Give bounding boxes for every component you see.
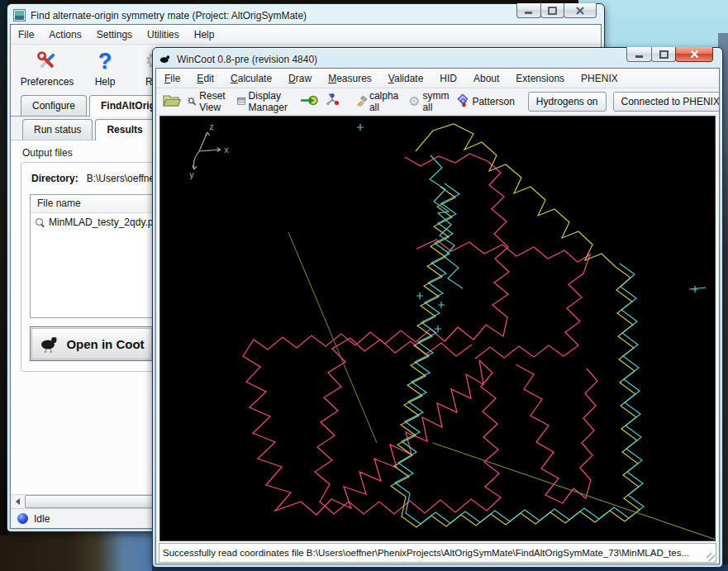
menu-help[interactable]: Help [187, 25, 222, 45]
viewport-svg: z x y [160, 117, 716, 541]
open-file-button[interactable] [163, 93, 181, 110]
wincoot-close-button[interactable] [675, 47, 713, 62]
wincoot-statusbar: Successfully read coordinates file B:\Us… [159, 543, 716, 563]
menu-actions[interactable]: Actions [41, 25, 88, 45]
reset-view-button[interactable]: Reset View [188, 90, 231, 113]
wc-menu-validate[interactable]: Validate [380, 69, 432, 88]
wc-menu-draw[interactable]: Draw [280, 69, 320, 88]
magnifier-icon [36, 218, 45, 227]
axes-indicator: z x y [189, 122, 229, 179]
directory-label: Directory: [31, 173, 79, 184]
trace-pink_main [243, 154, 509, 515]
scroll-left-arrow[interactable] [11, 495, 25, 508]
open-in-coot-button[interactable]: Open in Coot [30, 326, 154, 361]
trace-cyan_top [430, 155, 463, 288]
trace-yellow_top [416, 124, 616, 267]
open-in-coot-label: Open in Coot [66, 337, 144, 351]
subtab-run-status[interactable]: Run status [22, 119, 93, 140]
folder-icon [163, 93, 181, 107]
display-manager-icon [237, 95, 245, 107]
plus-marker [692, 286, 698, 293]
phenix-titlebar[interactable]: Find alternate-origin symmetry mate (Pro… [13, 7, 598, 24]
menu-file[interactable]: File [11, 25, 41, 45]
plus-marker [357, 124, 364, 131]
molecule-button[interactable] [325, 93, 340, 110]
wincoot-toolbar: Reset View Display Manager [156, 88, 719, 115]
wincoot-menubar: File Edit Calculate Draw Measures Valida… [156, 69, 719, 88]
calpha-all-label: calpha all [369, 90, 402, 113]
wincoot-minimize-button[interactable] [626, 47, 652, 62]
gl-viewport[interactable]: z x y [159, 116, 716, 541]
maximize-button[interactable] [540, 3, 564, 18]
wc-menu-file[interactable]: File [156, 69, 188, 88]
hydrogens-toggle-button[interactable]: Hydrogens on [528, 92, 607, 112]
status-sphere-icon [17, 513, 28, 524]
subtab-results[interactable]: Results [95, 119, 154, 140]
file-name: MinMLAD_testy_2qdy.pdb [49, 217, 164, 228]
wc-menu-extensions[interactable]: Extensions [507, 69, 573, 88]
display-manager-button[interactable]: Display Manager [237, 90, 293, 113]
help-icon: ? [98, 48, 112, 74]
menu-settings[interactable]: Settings [89, 25, 140, 45]
trace-pink_right [516, 364, 597, 503]
phenix-window-buttons [517, 3, 597, 18]
symm-all-button[interactable]: ⚙ symm all [408, 90, 449, 113]
phenix-menubar: File Actions Settings Utilities Help [11, 25, 601, 45]
wincoot-maximize-button[interactable] [651, 47, 676, 62]
left-arrow-icon [16, 498, 20, 505]
help-button[interactable]: ? Help [82, 48, 128, 88]
trace-yellow_main [391, 187, 640, 527]
symm-all-label: symm all [422, 90, 449, 113]
phenix-app-icon [13, 9, 26, 21]
wc-menu-phenix[interactable]: PHENIX [573, 69, 626, 88]
patterson-label: Patterson [472, 96, 514, 107]
patterson-button[interactable]: Patterson [455, 94, 514, 108]
tab-configure[interactable]: Configure [21, 95, 87, 116]
gears-icon: ⚙ [408, 96, 420, 107]
plus-marker [416, 293, 423, 299]
brush-icon [356, 95, 367, 108]
molecule-icon [325, 93, 340, 107]
phenix-status-text: Idle [34, 513, 50, 525]
wincoot-window-body: File Edit Calculate Draw Measures Valida… [155, 68, 720, 564]
wc-menu-measures[interactable]: Measures [320, 69, 380, 88]
wincoot-window-title: WinCoot 0.8-pre (revision 4840) [177, 54, 317, 65]
menu-utilities[interactable]: Utilities [140, 25, 187, 45]
wc-menu-edit[interactable]: Edit [188, 69, 222, 88]
wincoot-status-text: Successfully read coordinates file B:\Us… [163, 548, 689, 558]
green-arrow-icon [300, 94, 318, 107]
calpha-all-button[interactable]: calpha all [356, 90, 402, 113]
reset-view-magnifier-icon [188, 94, 197, 109]
tools-icon [35, 48, 59, 74]
minimize-button[interactable] [516, 3, 541, 18]
connected-to-phenix-button[interactable]: Connected to PHENIX [613, 92, 720, 112]
reset-view-label: Reset View [199, 90, 231, 113]
help-label: Help [95, 76, 116, 88]
preferences-label: Preferences [21, 76, 74, 88]
axis-label-y: y [189, 170, 194, 179]
molecule-traces [243, 124, 716, 540]
trace-pink_lower [315, 338, 501, 514]
desktop-bottom-left [0, 527, 157, 571]
wc-menu-hid[interactable]: HID [431, 69, 465, 88]
preferences-button[interactable]: Preferences [16, 48, 79, 88]
atom-markers [357, 124, 698, 332]
wc-menu-about[interactable]: About [465, 69, 507, 88]
desktop: Find alternate-origin symmetry mate (Pro… [0, 0, 728, 571]
close-button[interactable] [564, 3, 597, 18]
go-to-atom-button[interactable] [300, 94, 318, 109]
wincoot-window-buttons [627, 47, 713, 62]
coot-bird-icon [39, 335, 60, 353]
wincoot-app-icon [159, 54, 172, 65]
plus-marker [435, 326, 441, 332]
phenix-window-title: Find alternate-origin symmetry mate (Pro… [31, 10, 307, 21]
axis-label-z: z [209, 122, 214, 131]
patterson-icon [455, 94, 469, 108]
display-manager-label: Display Manager [249, 90, 293, 113]
plus-marker [438, 302, 445, 308]
resize-grip[interactable] [707, 553, 715, 561]
axis-label-x: x [224, 145, 229, 155]
wc-menu-calculate[interactable]: Calculate [222, 69, 280, 88]
wincoot-window: WinCoot 0.8-pre (revision 4840) File Edi… [152, 47, 723, 568]
